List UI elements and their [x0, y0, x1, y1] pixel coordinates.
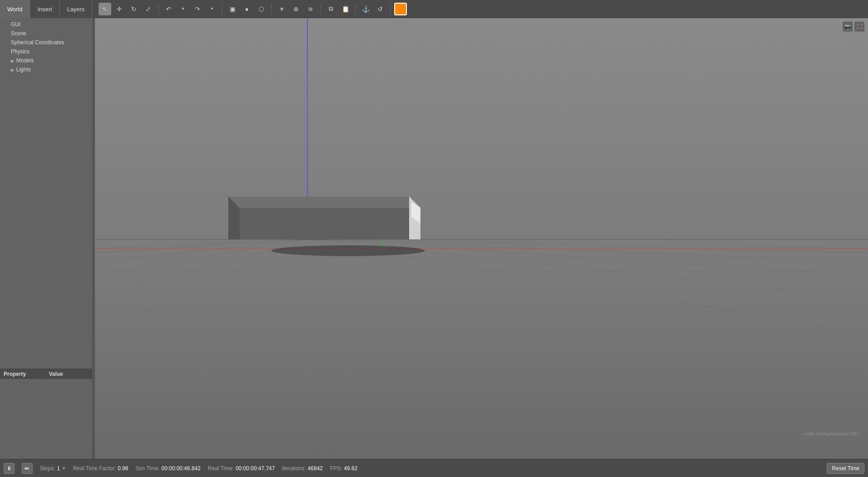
cylinder-shape-button[interactable]: ⬡	[255, 3, 268, 15]
iterations-item: Iterations: 46842	[282, 465, 323, 472]
sun-light-button[interactable]: ☀	[275, 3, 288, 15]
svg-line-4	[95, 239, 307, 248]
grid-svg	[95, 18, 868, 459]
watermark: esdb.net/quihaohao1993	[804, 431, 859, 436]
sidebar-item-models[interactable]: ▶ Models	[0, 56, 95, 65]
sphere-shape-button[interactable]: ●	[241, 3, 253, 15]
real-time-value: 00:00:00:47.747	[236, 465, 275, 472]
sidebar-item-lights[interactable]: ▶ Lights	[0, 65, 95, 74]
sidebar-item-lights-label: Lights	[16, 66, 31, 73]
steps-label: Steps:	[40, 465, 55, 472]
toolbar-separator-6	[390, 4, 391, 14]
viewport-3d[interactable]: 📷 ⛶ esdb.net/quihaohao1993	[95, 18, 868, 459]
sidebar-item-scene[interactable]: Scene	[0, 29, 95, 38]
value-column-header: Value	[45, 371, 66, 377]
copy-button[interactable]: ⧉	[325, 3, 337, 15]
sidebar-item-physics-label: Physics	[11, 48, 29, 55]
fps-label: FPS:	[330, 465, 342, 472]
line-button[interactable]: ≋	[304, 3, 317, 15]
real-time-label: Real Time:	[208, 465, 234, 472]
snap-button[interactable]: ⚓	[359, 3, 372, 15]
sim-time-label: Sim Time:	[136, 465, 160, 472]
iterations-value: 46842	[308, 465, 323, 472]
property-header: Property Value	[0, 369, 95, 379]
iterations-label: Iterations:	[282, 465, 306, 472]
fullscreen-icon[interactable]: ⛶	[854, 22, 864, 32]
left-panel: GUI Scene Spherical Coordinates Physics …	[0, 18, 95, 459]
undo-dropdown-button[interactable]: ▼	[177, 3, 189, 15]
sidebar-item-gui-label: GUI	[11, 21, 20, 28]
toolbar-separator-3	[271, 4, 272, 14]
scale-tool-button[interactable]: ⤢	[142, 3, 155, 15]
sidebar-item-gui[interactable]: GUI	[0, 20, 95, 29]
real-time-factor-item: Real Time Factor: 0.98	[73, 465, 128, 472]
lights-toggle-icon: ▶	[11, 67, 14, 72]
paste-button[interactable]: 📋	[339, 3, 352, 15]
screenshot-icon[interactable]: 📷	[843, 22, 853, 32]
sidebar-item-models-label: Models	[16, 57, 34, 64]
move-tool-button[interactable]: ✛	[113, 3, 126, 15]
align-button[interactable]: ↺	[374, 3, 387, 15]
real-time-item: Real Time: 00:00:00:47.747	[208, 465, 275, 472]
svg-marker-22	[228, 196, 420, 208]
toolbar-separator-2	[222, 4, 222, 14]
property-panel: Property Value	[0, 369, 95, 459]
fps-item: FPS: 49.82	[330, 465, 358, 472]
sim-time-value: 00:00:00:46.842	[161, 465, 201, 472]
tree-view: GUI Scene Spherical Coordinates Physics …	[0, 18, 95, 369]
undo-button[interactable]: ↶	[162, 3, 175, 15]
steps-dropdown-icon[interactable]: ▼	[62, 466, 66, 471]
color-picker-button[interactable]	[394, 3, 407, 15]
sidebar-item-spherical-coordinates[interactable]: Spherical Coordinates	[0, 38, 95, 47]
svg-point-21	[271, 245, 425, 256]
svg-marker-24	[240, 208, 420, 239]
property-column-header: Property	[0, 371, 45, 377]
sim-time-item: Sim Time: 00:00:00:46.842	[136, 465, 201, 472]
steps-value: 1	[57, 465, 60, 472]
step-button[interactable]: ⏭	[22, 463, 33, 474]
redo-dropdown-button[interactable]: ▼	[206, 3, 218, 15]
viewport-canvas	[95, 18, 868, 459]
rtf-value: 0.98	[118, 465, 128, 472]
viewport-icons: 📷 ⛶	[843, 22, 864, 32]
point-light-button[interactable]: ⊕	[290, 3, 302, 15]
toolbar-separator-1	[158, 4, 159, 14]
toolbar-separator-4	[321, 4, 321, 14]
toolbar: ↖ ✛ ↻ ⤢ ↶ ▼ ↷ ▼ ▣ ● ⬡ ☀ ⊕ ≋ ⧉ 📋 ⚓ ↺	[95, 0, 868, 18]
sidebar-item-scene-label: Scene	[11, 30, 26, 37]
sidebar-item-spherical-label: Spherical Coordinates	[11, 39, 64, 46]
toolbar-separator-5	[355, 4, 356, 14]
fps-value: 49.82	[344, 465, 358, 472]
steps-item: Steps: 1 ▼	[40, 465, 66, 472]
box-shape-button[interactable]: ▣	[226, 3, 239, 15]
select-tool-button[interactable]: ↖	[99, 3, 111, 15]
sidebar-item-physics[interactable]: Physics	[0, 47, 95, 56]
redo-button[interactable]: ↷	[191, 3, 204, 15]
models-toggle-icon: ▶	[11, 58, 14, 63]
svg-line-9	[95, 239, 307, 334]
menu-tab-insert[interactable]: Insert	[30, 0, 60, 18]
pause-button[interactable]: ⏸	[4, 463, 14, 474]
reset-time-button[interactable]: Reset Time	[827, 463, 864, 474]
menu-tab-layers[interactable]: Layers	[60, 0, 92, 18]
rtf-label: Real Time Factor:	[73, 465, 116, 472]
menu-bar: World Insert Layers	[0, 0, 95, 18]
rotate-tool-button[interactable]: ↻	[127, 3, 140, 15]
menu-tab-world[interactable]: World	[0, 0, 30, 18]
status-bar: ⏸ ⏭ Steps: 1 ▼ Real Time Factor: 0.98 Si…	[0, 459, 868, 477]
